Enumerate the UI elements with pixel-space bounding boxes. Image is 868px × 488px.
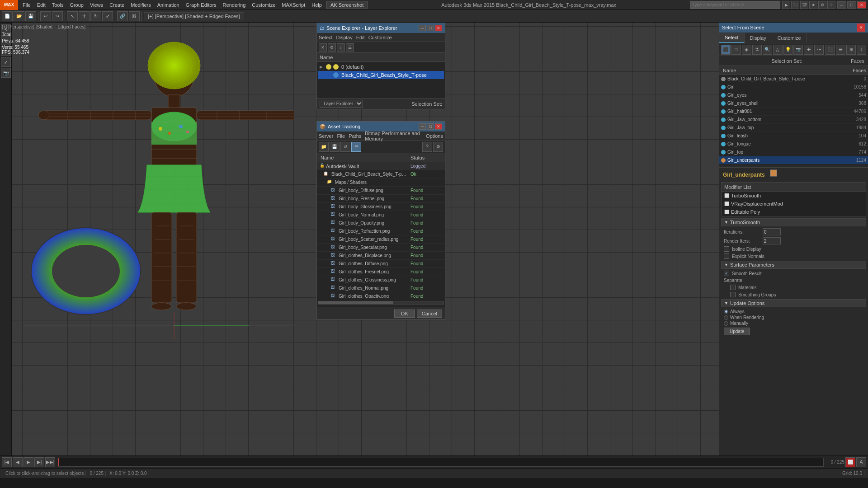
at-row-texture-8[interactable]: 🖼 Girl_clothes_Dicplace.png Found: [317, 252, 445, 260]
at-scrollbar-thumb[interactable]: [318, 301, 393, 304]
save-btn[interactable]: 💾: [25, 11, 36, 21]
icon-render2[interactable]: ⬛: [791, 1, 799, 9]
at-menu-file[interactable]: File: [337, 133, 345, 139]
rp-tab-select[interactable]: Select: [719, 33, 745, 43]
materials-checkbox[interactable]: [730, 285, 736, 290]
at-tb-refresh[interactable]: ↺: [340, 142, 350, 152]
update-when-rendering-radio[interactable]: [724, 315, 728, 320]
at-row-maps-folder[interactable]: 📁 Maps / Shaders: [317, 178, 445, 187]
icon-settings[interactable]: ⚙: [818, 1, 826, 9]
rp-tab-customize[interactable]: Customize: [772, 33, 807, 42]
at-cancel-btn[interactable]: Cancel: [417, 310, 442, 318]
menu-animation[interactable]: Animation: [155, 1, 182, 9]
update-always-radio[interactable]: [724, 310, 728, 314]
rp-obj-5[interactable]: Girl_Jaw_bottom 3428: [719, 116, 868, 124]
rp-tb-list[interactable]: ☰: [836, 45, 845, 55]
move-btn[interactable]: ✛: [79, 11, 90, 21]
menu-graph[interactable]: Graph Editors: [183, 1, 219, 9]
minimize-button[interactable]: ─: [837, 1, 846, 9]
search-input[interactable]: [690, 1, 780, 9]
rp-tb-lights[interactable]: 💡: [783, 45, 793, 55]
at-menu-options[interactable]: Options: [426, 133, 443, 139]
select-from-scene-close-btn[interactable]: ✕: [857, 23, 865, 32]
rp-tb-sort2[interactable]: ↕: [857, 45, 866, 55]
se-layer-0[interactable]: ▶ 0 (default): [318, 63, 444, 71]
tl-start-btn[interactable]: |◀: [2, 457, 12, 467]
se-minimize-btn[interactable]: ─: [419, 25, 426, 31]
explicit-normals-checkbox[interactable]: [724, 253, 729, 259]
render-iters-input[interactable]: [763, 237, 781, 244]
at-tb-help[interactable]: ?: [422, 142, 432, 152]
update-button[interactable]: Update: [724, 328, 750, 335]
se-close-btn[interactable]: ✕: [435, 25, 442, 31]
at-row-texture-7[interactable]: 🖼 Girl_body_Specular.png Found: [317, 244, 445, 252]
object-color-swatch[interactable]: [770, 172, 777, 178]
rp-obj-3[interactable]: Girl_eyes_shell 368: [719, 99, 868, 108]
rotate-btn[interactable]: ↻: [90, 11, 101, 21]
at-maximize-btn[interactable]: □: [427, 123, 434, 130]
at-row-texture-12[interactable]: 🖼 Girl_clothes_Normal.png Found: [317, 284, 445, 292]
at-tb-settings[interactable]: ⚙: [433, 142, 443, 152]
rp-tb-filter[interactable]: ⚗: [752, 45, 762, 55]
surface-params-title[interactable]: ▼ Surface Parameters: [721, 261, 866, 269]
at-menu-server[interactable]: Server: [319, 133, 333, 139]
maximize-button[interactable]: □: [847, 1, 856, 9]
menu-rendering[interactable]: Rendering: [220, 1, 249, 9]
at-row-texture-0[interactable]: 🖼 Girl_body_Diffuse.png Found: [317, 187, 445, 195]
update-options-title[interactable]: ▼ Update Options: [721, 299, 866, 307]
lt-scale[interactable]: ⤢: [1, 57, 11, 67]
rp-tb-icons[interactable]: ⊞: [846, 45, 856, 55]
tl-prev-btn[interactable]: ◀: [13, 457, 23, 467]
se-menu-customize[interactable]: Customize: [368, 35, 392, 40]
menu-scripting[interactable]: MAXScript: [279, 1, 308, 9]
at-row-texture-3[interactable]: 🖼 Girl_body_Normal.png Found: [317, 211, 445, 219]
rp-obj-1[interactable]: Girl 10158: [719, 83, 868, 91]
menu-views[interactable]: Views: [87, 1, 106, 9]
rp-obj-8[interactable]: Girl_tongue 612: [719, 140, 868, 148]
at-row-texture-5[interactable]: 🖼 Girl_body_Refraction.png Found: [317, 227, 445, 235]
rp-tb-helpers[interactable]: ✚: [804, 45, 813, 55]
se-menu-select[interactable]: Select: [319, 35, 333, 40]
menu-edit[interactable]: Edit: [34, 1, 48, 9]
at-row-texture-1[interactable]: 🖼 Girl_body_Fresnel.png Found: [317, 195, 445, 203]
rp-obj-7[interactable]: Girl_leash 104: [719, 132, 868, 140]
at-tb-list[interactable]: ☰: [351, 142, 361, 152]
rp-obj-0[interactable]: Black_Child_Girl_Beach_Style_T-pose 0: [719, 75, 868, 83]
workspace-button[interactable]: AK Screenshot: [326, 1, 368, 9]
at-ok-btn[interactable]: OK: [394, 310, 415, 318]
rp-tb-none[interactable]: □: [731, 45, 741, 55]
select-btn[interactable]: ↖: [67, 11, 78, 21]
menu-help[interactable]: Help: [309, 1, 325, 9]
at-row-texture-2[interactable]: 🖼 Girl_body_Glossiness.png Found: [317, 203, 445, 211]
iterations-input[interactable]: [763, 228, 781, 235]
link-btn[interactable]: 🔗: [117, 11, 128, 21]
se-explorer-dropdown[interactable]: Layer Explorer: [320, 100, 363, 108]
smoothing-groups-checkbox[interactable]: [730, 292, 736, 297]
at-tb-folder[interactable]: 📁: [319, 142, 329, 152]
at-minimize-btn[interactable]: ─: [419, 123, 426, 130]
se-tb-close[interactable]: ✕: [319, 43, 327, 52]
tl-play-btn[interactable]: ▶: [24, 457, 33, 467]
rp-obj-11[interactable]: Swimming_circle001 576: [719, 164, 868, 165]
at-row-texture-13[interactable]: 🖼 Girl_clothes_Opacity.png Found: [317, 292, 445, 298]
rp-obj-9[interactable]: Girl_top 774: [719, 148, 868, 156]
se-menu-edit[interactable]: Edit: [356, 35, 365, 40]
open-btn[interactable]: 📂: [14, 11, 24, 21]
rp-obj-6[interactable]: Girl_Jaw_top 1984: [719, 124, 868, 132]
icon-help[interactable]: ?: [827, 1, 835, 9]
rp-obj-2[interactable]: Girl_eyes 544: [719, 91, 868, 99]
modifier-vray[interactable]: ⬜ VRayDisplacementMod: [722, 200, 866, 208]
icon-anim[interactable]: 🎬: [800, 1, 808, 9]
at-row-texture-10[interactable]: 🖼 Girl_clothes_Fresnel.png Found: [317, 268, 445, 276]
menu-modifiers[interactable]: Modifiers: [128, 1, 154, 9]
menu-group[interactable]: Group: [67, 1, 86, 9]
timeline-track[interactable]: [58, 458, 824, 467]
icon-star[interactable]: ★: [809, 1, 817, 9]
rp-tb-invert[interactable]: ◈: [742, 45, 751, 55]
tl-next-btn[interactable]: ▶|: [34, 457, 44, 467]
tl-auto-key-btn[interactable]: A: [856, 457, 866, 467]
rp-tb-splines[interactable]: 〜: [814, 45, 824, 55]
at-scrollbar[interactable]: [318, 301, 444, 305]
rp-obj-4[interactable]: Girl_hair001 44786: [719, 108, 868, 116]
isoline-checkbox[interactable]: [724, 246, 729, 252]
